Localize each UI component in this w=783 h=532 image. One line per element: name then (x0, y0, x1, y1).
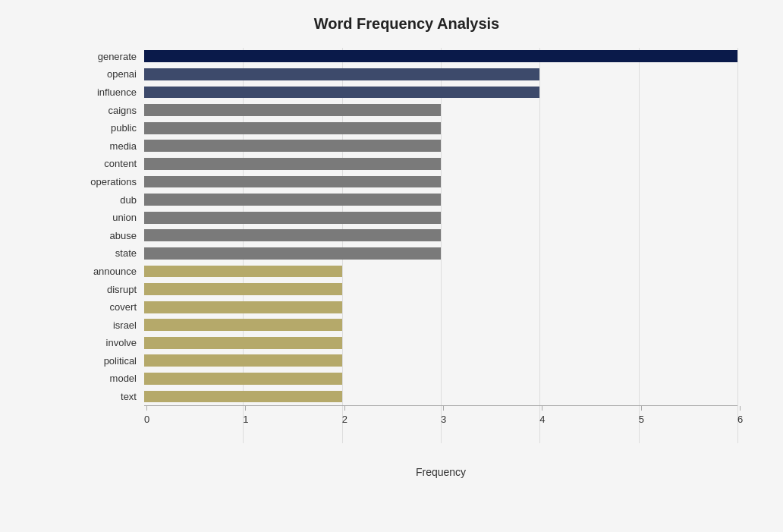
bar-label: political (76, 355, 144, 367)
bar-fill (144, 68, 539, 80)
bar-track (144, 301, 737, 313)
bar-label: dub (76, 194, 144, 206)
x-tick: 6 (737, 406, 743, 425)
bars-section: generateopenaiinfluencecaignspublicmedia… (76, 48, 737, 405)
bar-row: text (76, 388, 737, 405)
bar-row: public (76, 119, 737, 137)
bar-track (144, 194, 737, 206)
bar-fill (144, 266, 342, 278)
x-tick-line (740, 406, 741, 411)
bar-label: media (76, 140, 144, 152)
bar-fill (144, 354, 342, 367)
bar-fill (144, 87, 539, 99)
bar-fill (144, 337, 342, 349)
bar-label: openai (76, 68, 144, 80)
bar-label: abuse (76, 230, 144, 241)
bar-row: dub (76, 191, 737, 209)
bar-row: media (76, 137, 737, 155)
x-tick: 3 (441, 406, 446, 425)
bar-row: announce (76, 263, 737, 280)
bar-label: state (76, 247, 144, 259)
bar-label: announce (76, 266, 144, 277)
chart-area: generateopenaiinfluencecaignspublicmedia… (76, 48, 737, 443)
bar-row: openai (76, 66, 737, 83)
x-tick: 4 (539, 406, 545, 425)
bar-fill (144, 319, 342, 331)
x-tick-line (344, 406, 345, 411)
bar-track (144, 158, 737, 170)
bar-label: covert (76, 301, 144, 313)
bar-row: operations (76, 173, 737, 190)
bar-track (144, 122, 737, 134)
grid-line (737, 48, 738, 443)
x-tick: 1 (243, 406, 248, 425)
x-tick: 0 (144, 406, 149, 425)
x-tick-label: 5 (639, 414, 644, 425)
bar-row: political (76, 352, 737, 370)
bar-track (144, 247, 737, 260)
bar-fill (144, 194, 441, 206)
bar-label: text (76, 391, 144, 402)
x-tick: 5 (639, 406, 644, 425)
bar-label: generate (76, 51, 144, 62)
chart-container: Word Frequency Analysis generateopenaiin… (0, 0, 783, 532)
x-tick-label: 2 (342, 414, 347, 425)
bar-fill (144, 212, 441, 224)
bar-fill (144, 283, 342, 295)
bar-label: union (76, 212, 144, 223)
bar-row: state (76, 245, 737, 263)
bar-track (144, 87, 737, 99)
bar-row: abuse (76, 227, 737, 244)
x-tick-label: 0 (144, 414, 149, 425)
bar-track (144, 283, 737, 295)
x-tick-line (245, 406, 246, 411)
x-tick-label: 6 (737, 414, 743, 425)
x-tick-line (443, 406, 444, 411)
bar-label: israel (76, 320, 144, 331)
x-tick-line (542, 406, 542, 411)
bar-label: operations (76, 176, 144, 187)
x-axis-title: Frequency (144, 466, 737, 478)
x-tick-label: 1 (243, 414, 248, 425)
bar-track (144, 104, 737, 116)
bar-label: caigns (76, 105, 144, 116)
bar-track (144, 354, 737, 367)
bar-label: content (76, 158, 144, 169)
x-tick-line (641, 406, 642, 411)
x-axis: 0123456 (144, 405, 737, 443)
bar-fill (144, 373, 342, 385)
bar-label: public (76, 122, 144, 134)
chart-title: Word Frequency Analysis (76, 15, 737, 33)
bar-track (144, 229, 737, 241)
bar-track (144, 266, 737, 278)
bar-fill (144, 247, 441, 260)
bar-label: influence (76, 87, 144, 98)
bar-track (144, 373, 737, 385)
bar-row: generate (76, 48, 737, 65)
bar-fill (144, 301, 342, 313)
bar-row: model (76, 370, 737, 388)
bar-track (144, 68, 737, 80)
bar-fill (144, 122, 441, 134)
bar-label: model (76, 373, 144, 384)
bar-fill (144, 50, 737, 62)
bar-fill (144, 104, 441, 116)
bar-fill (144, 229, 441, 241)
bar-row: involve (76, 335, 737, 352)
bar-fill (144, 158, 441, 170)
bar-row: caigns (76, 102, 737, 119)
bar-track (144, 212, 737, 224)
bar-fill (144, 391, 342, 403)
bar-fill (144, 140, 441, 152)
bar-track (144, 50, 737, 62)
bar-row: covert (76, 298, 737, 316)
bar-row: israel (76, 316, 737, 334)
bar-row: content (76, 156, 737, 173)
bar-row: disrupt (76, 281, 737, 298)
bar-fill (144, 176, 441, 188)
bar-track (144, 319, 737, 331)
x-tick: 2 (342, 406, 347, 425)
x-tick-line (146, 406, 147, 411)
bar-row: union (76, 209, 737, 226)
bar-label: involve (76, 337, 144, 348)
